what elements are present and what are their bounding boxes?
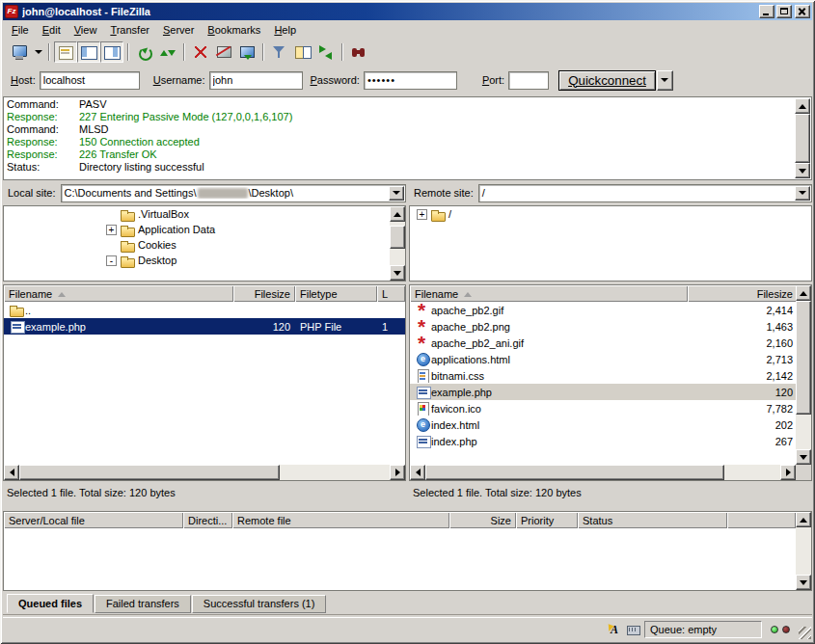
synchronized-browsing-button[interactable] (314, 41, 338, 63)
directory-comparison-button[interactable] (291, 41, 314, 63)
maximize-button[interactable] (776, 5, 792, 18)
quickconnect-button[interactable]: Quickconnect (558, 70, 656, 91)
chevron-down-icon (799, 191, 806, 199)
file-row[interactable]: apache_pb2_ani.gif2,160 (410, 335, 796, 351)
php-file-icon (9, 319, 25, 334)
file-name: example.php (431, 387, 492, 398)
download-activity-led-icon (771, 626, 778, 633)
menu-help[interactable]: Help (267, 22, 303, 38)
remote-tree-icon (103, 44, 121, 60)
remote-site-combo[interactable]: / (478, 184, 812, 202)
scrollbar-thumb[interactable] (19, 465, 280, 480)
file-row[interactable]: apache_pb2.png1,463 (410, 318, 796, 335)
chevron-down-icon (661, 78, 668, 86)
username-label: Username: (153, 74, 205, 86)
menu-bookmarks[interactable]: Bookmarks (201, 22, 267, 38)
queue-status-text: Queue: empty (650, 624, 717, 635)
menu-view[interactable]: View (68, 22, 104, 38)
queue-scrollbar[interactable] (796, 512, 811, 590)
tree-item[interactable]: .VirtualBox (4, 206, 405, 222)
scrollbar-thumb[interactable] (390, 226, 405, 249)
scrollbar-thumb[interactable] (796, 301, 811, 415)
folder-icon (9, 303, 25, 317)
log-scrollbar[interactable] (795, 98, 810, 178)
file-row[interactable]: applications.html2,713 (410, 351, 796, 367)
toolbar-separator (183, 43, 185, 61)
quickconnect-dropdown-button[interactable] (657, 70, 673, 91)
file-row-parent-dir[interactable]: .. (4, 302, 405, 318)
port-input[interactable] (508, 71, 549, 90)
local-directory-tree: .VirtualBox Application Data Cookies Des… (3, 205, 406, 282)
toggle-message-log-button[interactable] (54, 41, 77, 63)
disconnect-button[interactable] (212, 41, 235, 63)
site-manager-dropdown-button[interactable] (31, 41, 44, 63)
toggle-remote-tree-button[interactable] (100, 41, 123, 63)
column-header-filesize[interactable]: Filesize (233, 285, 295, 302)
column-header-filename[interactable]: Filename (410, 285, 688, 302)
scrollbar-thumb[interactable] (425, 465, 724, 480)
html-file-icon (415, 417, 431, 432)
close-button[interactable] (795, 5, 810, 18)
file-row[interactable]: index.html202 (410, 416, 796, 433)
quickconnect-bar: Host: Username: Password: Port: Quickcon… (3, 65, 812, 95)
toolbar-separator (48, 43, 50, 61)
tab-successful-transfers[interactable]: Successful transfers (1) (192, 595, 327, 613)
remote-list-vscrollbar[interactable] (796, 285, 811, 465)
username-input[interactable] (209, 71, 303, 90)
expander-icon[interactable] (417, 209, 427, 220)
column-header-filename[interactable]: Filename (4, 285, 233, 302)
local-site-combo[interactable]: C:\Documents and Settings\\Desktop\ (61, 184, 406, 202)
tree-item[interactable]: Application Data (4, 222, 405, 237)
expander-icon[interactable] (106, 255, 117, 266)
host-input[interactable] (40, 71, 140, 90)
refresh-button[interactable] (133, 41, 156, 63)
column-header-lastmodified[interactable]: L (377, 285, 405, 302)
file-row-selected[interactable]: example.php 120 PHP File 1 (4, 318, 405, 335)
scroll-right-icon (395, 469, 404, 476)
filezilla-logo-icon[interactable]: Fz (5, 5, 18, 18)
cancel-operation-button[interactable] (189, 41, 212, 63)
tab-queued-files[interactable]: Queued files (7, 594, 94, 613)
local-list-hscrollbar[interactable] (4, 465, 405, 480)
title-bar[interactable]: Fz john@localhost - FileZilla (3, 3, 812, 20)
scrollbar-thumb[interactable] (795, 114, 810, 163)
column-header-server-local-file[interactable]: Server/Local file (4, 512, 183, 528)
column-header-remote-file[interactable]: Remote file (232, 512, 449, 528)
tree-item[interactable]: / (410, 206, 811, 222)
file-row-selected[interactable]: example.php120 (410, 384, 796, 400)
scrollbar-corner (796, 465, 811, 480)
process-queue-button[interactable] (156, 41, 179, 63)
remote-directory-tree: / (409, 205, 812, 282)
tree-item[interactable]: Cookies (4, 237, 405, 253)
column-header-filesize[interactable]: Filesize (688, 285, 798, 302)
password-input[interactable] (364, 71, 457, 90)
local-site-dropdown-button[interactable] (389, 186, 404, 201)
menu-file[interactable]: File (5, 22, 36, 38)
tree-item[interactable]: Desktop (4, 253, 405, 268)
column-header-direction[interactable]: Directi... (183, 512, 232, 528)
filter-button[interactable] (268, 41, 291, 63)
find-files-button[interactable] (347, 41, 370, 63)
html-file-icon (415, 352, 431, 366)
column-header-filetype[interactable]: Filetype (295, 285, 377, 302)
expander-icon[interactable] (106, 225, 117, 235)
resize-grip[interactable] (799, 627, 811, 639)
file-row[interactable]: apache_pb2.gif2,414 (410, 302, 796, 318)
menu-server[interactable]: Server (156, 22, 201, 38)
reconnect-button[interactable] (235, 41, 258, 63)
toggle-local-tree-button[interactable] (77, 41, 100, 63)
tab-failed-transfers[interactable]: Failed transfers (95, 595, 191, 613)
remote-site-dropdown-button[interactable] (795, 186, 810, 201)
minimize-button[interactable] (759, 5, 774, 18)
file-row[interactable]: favicon.ico7,782 (410, 400, 796, 416)
file-row[interactable]: index.php267 (410, 433, 796, 449)
column-header-status[interactable]: Status (578, 512, 727, 528)
remote-list-hscrollbar[interactable] (410, 465, 796, 480)
site-manager-button[interactable] (8, 41, 31, 63)
column-header-priority[interactable]: Priority (516, 512, 578, 528)
local-tree-scrollbar[interactable] (390, 206, 405, 281)
column-header-size[interactable]: Size (449, 512, 516, 528)
menu-transfer[interactable]: Transfer (103, 22, 156, 38)
file-row[interactable]: bitnami.css2,142 (410, 367, 796, 384)
menu-edit[interactable]: Edit (36, 22, 68, 38)
